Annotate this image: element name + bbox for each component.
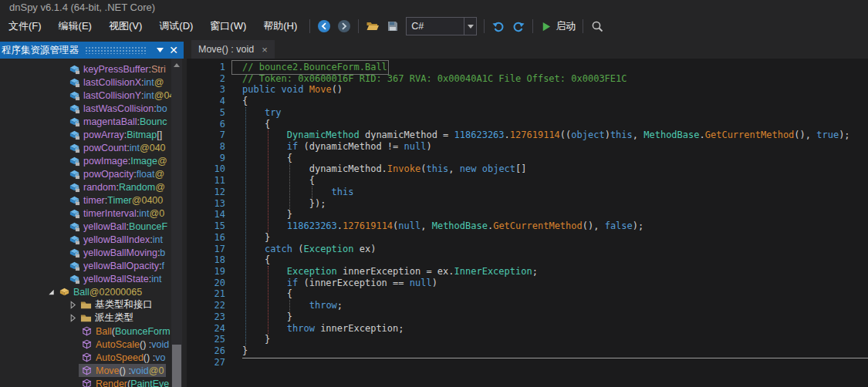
code-line-14[interactable]: 14 } (187, 209, 868, 220)
tree-item-yellowBallMoving[interactable]: yellowBallMoving : b (0, 246, 184, 259)
code-line-19[interactable]: 19 Exception innerException = ex.InnerEx… (187, 266, 868, 278)
code-line-15[interactable]: 15 118623263.127619114(null, MethodBase.… (187, 220, 868, 232)
forward-button[interactable] (335, 17, 353, 35)
tree-item-content[interactable]: magentaBall : Bounc (66, 115, 169, 128)
tree-item-powOpacity[interactable]: powOpacity : float @ (0, 167, 184, 180)
tree-item-magentaBall[interactable]: magentaBall : Bounc (0, 115, 184, 128)
back-button[interactable] (315, 17, 333, 35)
code-line-25[interactable]: 25 } (187, 334, 868, 345)
tree-item-content[interactable]: Ball(BounceForm (79, 325, 173, 338)
tree-item-content[interactable]: lastWasCollision : bo (66, 102, 170, 115)
tree-item-powArray[interactable]: powArray : Bitmap[] (0, 128, 184, 141)
menu-item-file[interactable]: 文件(F) (0, 15, 50, 37)
tree-scrollbar[interactable] (171, 59, 182, 387)
search-button[interactable] (588, 17, 606, 35)
code-line-24[interactable]: 24 throw innerException; (187, 323, 868, 335)
tree-item-content[interactable]: powImage : Image @ (66, 154, 170, 167)
tree-item-content[interactable]: lastCollisionY : int @04 (66, 89, 177, 102)
panel-menu-button[interactable] (153, 43, 167, 57)
tree-item-keyPressBuffer[interactable]: keyPressBuffer : Stri (0, 62, 184, 76)
save-module-button[interactable] (383, 17, 402, 35)
tree-item-Render[interactable]: Render(PaintEve (0, 377, 184, 387)
scroll-up-button[interactable] (171, 60, 182, 69)
tree-item-content[interactable]: 派生类型 (78, 311, 136, 325)
code-line-21[interactable]: 21 { (187, 288, 868, 300)
tree-item-lastCollisionY[interactable]: lastCollisionY : int @04 (0, 89, 184, 102)
tree-item-content[interactable]: AutoSpeed() : vo (79, 351, 167, 364)
tree-item-content[interactable]: keyPressBuffer : Stri (66, 62, 168, 76)
tree-item-content[interactable]: Move() : void @0 (79, 364, 166, 377)
code-line-7[interactable]: 7 DynamicMethod dynamicMethod = 11862326… (187, 130, 868, 141)
tree-item-content[interactable]: lastCollisionX : int @ (66, 76, 166, 89)
tree-item-yellowBall[interactable]: yellowBall : BounceF (0, 220, 184, 233)
tree-item-powImage[interactable]: powImage : Image @ (0, 154, 184, 167)
code-line-2[interactable]: 2// Token: 0x0600016F RID: 367 RVA: 0x00… (187, 73, 868, 85)
tab-move-void[interactable]: Move() : void × (191, 40, 275, 59)
tree-item-lastCollisionX[interactable]: lastCollisionX : int @ (0, 76, 184, 89)
tree-item-Ball-ctor[interactable]: Ball(BounceForm (0, 325, 184, 338)
code-area[interactable]: 1// bounce2.BounceForm.Ball2// Token: 0x… (187, 59, 868, 368)
tree-item-AutoScale[interactable]: AutoScale() : void (0, 338, 184, 351)
tree-item-yellowBallIndex[interactable]: yellowBallIndex : int (0, 233, 184, 246)
tree-item-content[interactable]: 基类型和接口 (78, 298, 155, 311)
undo-button[interactable] (489, 17, 508, 35)
code-line-16[interactable]: 16 } (187, 232, 868, 244)
menu-item-debug[interactable]: 调试(D) (150, 15, 201, 37)
tree-item-timerInterval[interactable]: timerInterval : int @0 (0, 207, 184, 220)
code-line-1[interactable]: 1// bounce2.BounceForm.Ball (187, 62, 868, 73)
menu-item-view[interactable]: 视图(V) (100, 15, 150, 37)
tree-item-content[interactable]: yellowBallMoving : b (66, 246, 167, 259)
code-line-3[interactable]: 3public void Move() (187, 84, 868, 96)
code-line-23[interactable]: 23 } (187, 311, 868, 323)
language-select[interactable]: C# (406, 17, 477, 35)
tree-item-content[interactable]: yellowBallOpacity : f (66, 259, 167, 272)
start-button[interactable]: 启动 (537, 19, 579, 33)
tree-item-content[interactable]: timer : Timer @0400 (66, 194, 165, 207)
tree-item-yellowBallState[interactable]: yellowBallState : int (0, 272, 184, 285)
tree-item-timer[interactable]: timer : Timer @0400 (0, 194, 184, 207)
expander-collapsed-icon[interactable] (69, 301, 77, 309)
scrollbar-thumb[interactable] (172, 345, 181, 387)
panel-close-button[interactable]: ✕ (167, 43, 181, 57)
tree-item-content[interactable]: AutoScale() : void (79, 338, 171, 351)
menu-item-edit[interactable]: 编辑(E) (50, 15, 100, 37)
code-line-17[interactable]: 17 catch (Exception ex) (187, 244, 868, 255)
open-assembly-button[interactable] (363, 17, 382, 35)
tree-expander[interactable] (68, 300, 78, 311)
code-line-8[interactable]: 8 if (dynamicMethod != null) (187, 141, 868, 153)
tab-close-icon[interactable]: × (262, 44, 268, 56)
tree-item-content[interactable]: yellowBall : BounceF (66, 220, 170, 233)
tree-item-lastWasCollision[interactable]: lastWasCollision : bo (0, 102, 184, 115)
tree-item-content[interactable]: Ball @02000065 (56, 285, 144, 298)
expander-collapsed-icon[interactable] (69, 314, 77, 322)
code-editor[interactable]: 1// bounce2.BounceForm.Ball2// Token: 0x… (187, 59, 868, 387)
tree-item-AutoSpeed[interactable]: AutoSpeed() : vo (0, 351, 184, 364)
tree-item-powCount[interactable]: powCount : int @040 (0, 141, 184, 154)
menu-item-window[interactable]: 窗口(W) (201, 15, 255, 37)
tree-item-derived-types[interactable]: 派生类型 (0, 311, 184, 325)
language-dropdown-button[interactable] (464, 18, 476, 35)
tree-item-yellowBallOpacity[interactable]: yellowBallOpacity : f (0, 259, 184, 272)
tree-item-content[interactable]: powArray : Bitmap[] (66, 128, 164, 141)
expander-expanded-icon[interactable] (47, 288, 56, 296)
tree-item-content[interactable]: yellowBallIndex : int (66, 233, 165, 246)
tree-item-content[interactable]: powCount : int @040 (66, 141, 168, 154)
code-line-18[interactable]: 18 { (187, 254, 868, 266)
code-line-27[interactable]: 27 (187, 357, 868, 368)
code-line-5[interactable]: 5 try (187, 107, 868, 119)
tree-expander[interactable] (46, 287, 56, 298)
tree-item-random[interactable]: random : Random @ (0, 180, 184, 194)
tree-item-base-types-and-interfaces[interactable]: 基类型和接口 (0, 298, 184, 311)
code-line-4[interactable]: 4{ (187, 96, 868, 107)
tree-item-Move[interactable]: Move() : void @0 (0, 364, 184, 377)
code-line-20[interactable]: 20 if (innerException == null) (187, 278, 868, 289)
tree-item-content[interactable]: yellowBallState : int (66, 272, 164, 285)
tree-item-content[interactable]: timerInterval : int @0 (66, 207, 167, 220)
code-line-26[interactable]: 26} (187, 345, 868, 357)
assembly-explorer-tree[interactable]: keyPressBuffer : StrilastCollisionX : in… (0, 59, 184, 387)
tree-expander[interactable] (68, 313, 78, 324)
tree-item-Ball-class[interactable]: Ball @02000065 (0, 285, 184, 298)
redo-button[interactable] (509, 17, 528, 35)
tree-item-content[interactable]: Render(PaintEve (79, 377, 171, 387)
menu-item-help[interactable]: 帮助(H) (255, 15, 306, 37)
